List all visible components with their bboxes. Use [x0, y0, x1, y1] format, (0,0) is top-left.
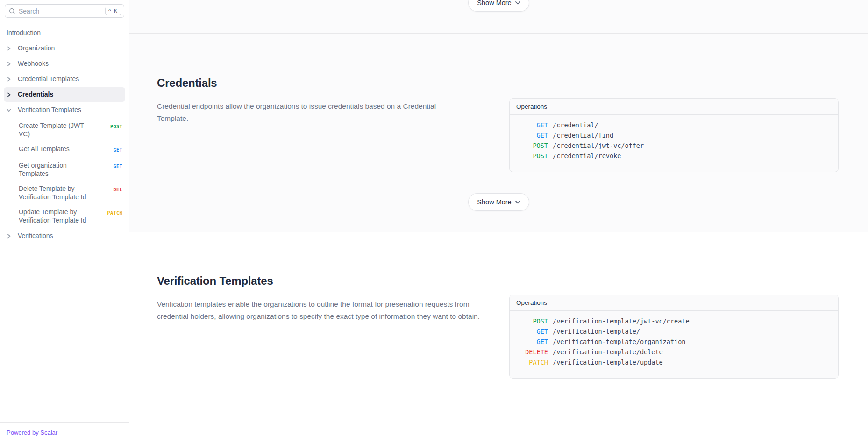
- credentials-operations-column: Operations GET /credential/ GET /credent…: [509, 34, 839, 172]
- operation-path: /credential/jwt-vc/offer: [553, 140, 644, 151]
- operation-path: /credential/revoke: [553, 151, 621, 161]
- operation-method: POST: [516, 140, 548, 151]
- verification-templates-section: Verification Templates Verification temp…: [129, 232, 868, 442]
- method-badge-get: GET: [113, 162, 122, 171]
- operation-row[interactable]: POST /credential/revoke: [516, 151, 832, 161]
- operation-path: /credential/: [553, 120, 598, 130]
- sidebar-subitem-get-all-templates[interactable]: Get All Templates GET: [14, 141, 125, 158]
- sidebar-nav: Introduction Organization Webhooks Crede…: [0, 18, 129, 422]
- show-more-button-credentials[interactable]: Show More: [468, 193, 529, 211]
- top-section-strip: Show More: [129, 0, 868, 34]
- verification-templates-sublist: Create Template (JWT-VC) POST Get All Te…: [14, 118, 125, 228]
- sidebar-item-label: Webhooks: [18, 60, 49, 68]
- sidebar-item-credential-templates[interactable]: Credential Templates: [4, 72, 125, 86]
- operation-path: /credential/find: [553, 130, 613, 140]
- sidebar-item-webhooks[interactable]: Webhooks: [4, 56, 125, 71]
- method-badge-get: GET: [113, 146, 122, 154]
- chevron-right-icon: [7, 62, 18, 66]
- sidebar-item-verification-templates[interactable]: Verification Templates: [4, 103, 125, 117]
- chevron-down-icon: [515, 1, 520, 5]
- sidebar-subitem-label: Get All Templates: [19, 145, 96, 153]
- search-shortcut-badge: ^ K: [105, 7, 121, 15]
- operations-card: Operations POST /verification-template/j…: [509, 295, 839, 379]
- operation-row[interactable]: PATCH /verification-template/update: [516, 357, 832, 367]
- operations-card: Operations GET /credential/ GET /credent…: [509, 98, 839, 172]
- operation-path: /verification-template/organization: [553, 337, 685, 347]
- operation-row[interactable]: GET /credential/: [516, 120, 832, 130]
- section-title-credentials: Credentials: [157, 77, 486, 90]
- operation-method: DELETE: [516, 347, 548, 357]
- sidebar: Search ^ K Introduction Organization Web…: [0, 0, 129, 442]
- chevron-right-icon: [7, 77, 18, 82]
- sidebar-item-label: Verification Templates: [18, 106, 81, 114]
- sidebar-subitem-label: Delete Template by Verification Template…: [19, 184, 96, 201]
- search-placeholder: Search: [19, 7, 102, 15]
- operation-path: /verification-template/delete: [553, 347, 663, 357]
- sidebar-subitem-create-template-jwt-vc[interactable]: Create Template (JWT-VC) POST: [14, 118, 125, 141]
- sidebar-subitem-label: Create Template (JWT-VC): [19, 121, 96, 138]
- section-description: Credential endpoints allow the organizat…: [157, 100, 452, 125]
- operation-row[interactable]: POST /credential/jwt-vc/offer: [516, 140, 832, 151]
- sidebar-subitem-delete-template[interactable]: Delete Template by Verification Template…: [14, 181, 125, 204]
- sidebar-subitem-label: Update Template by Verification Template…: [19, 208, 96, 225]
- method-badge-del: DEL: [113, 186, 122, 194]
- section-title-verification-templates: Verification Templates: [157, 274, 486, 288]
- show-more-button-top[interactable]: Show More: [468, 0, 529, 12]
- sidebar-item-label: Credential Templates: [18, 75, 79, 83]
- sidebar-item-verifications[interactable]: Verifications: [4, 229, 125, 243]
- show-more-label: Show More: [477, 198, 511, 206]
- powered-by-scalar-link[interactable]: Powered by Scalar: [7, 429, 57, 436]
- operations-list: POST /verification-template/jwt-vc/creat…: [510, 311, 838, 378]
- operation-method: POST: [516, 151, 548, 161]
- operation-path: /verification-template/: [553, 326, 640, 337]
- operation-path: /verification-template/jwt-vc/create: [553, 316, 690, 326]
- show-more-row: Show More: [129, 193, 868, 211]
- sidebar-item-label: Credentials: [18, 91, 53, 98]
- sidebar-item-introduction[interactable]: Introduction: [4, 26, 125, 40]
- section-description: Verification templates enable the organi…: [157, 298, 486, 323]
- main-content: Show More Credentials Credential endpoin…: [129, 0, 868, 442]
- sidebar-subitem-get-organization-templates[interactable]: Get organization Templates GET: [14, 158, 125, 181]
- operation-row[interactable]: GET /verification-template/organization: [516, 337, 832, 347]
- credentials-section: Credentials Credential endpoints allow t…: [129, 34, 868, 232]
- show-more-label: Show More: [477, 0, 511, 7]
- chevron-right-icon: [7, 234, 18, 239]
- operation-row[interactable]: POST /verification-template/jwt-vc/creat…: [516, 316, 832, 326]
- sidebar-subitem-label: Get organization Templates: [19, 161, 96, 178]
- operation-method: GET: [516, 130, 548, 140]
- operation-method: PATCH: [516, 357, 548, 367]
- operation-row[interactable]: DELETE /verification-template/delete: [516, 347, 832, 357]
- operation-method: GET: [516, 326, 548, 337]
- search-wrap: Search ^ K: [0, 0, 129, 18]
- operation-row[interactable]: GET /verification-template/: [516, 326, 832, 337]
- search-input[interactable]: Search ^ K: [5, 4, 124, 18]
- sidebar-item-label: Verifications: [18, 232, 53, 240]
- verification-templates-operations-column: Operations POST /verification-template/j…: [509, 232, 839, 379]
- section-divider: [157, 423, 849, 423]
- sidebar-item-label: Organization: [18, 44, 55, 52]
- operation-method: POST: [516, 316, 548, 326]
- search-icon: [9, 8, 15, 14]
- sidebar-item-organization[interactable]: Organization: [4, 41, 125, 56]
- method-badge-patch: PATCH: [107, 209, 122, 217]
- chevron-right-icon: [7, 46, 18, 51]
- operation-row[interactable]: GET /credential/find: [516, 130, 832, 140]
- operations-card-title: Operations: [510, 99, 838, 115]
- method-badge-post: POST: [110, 123, 122, 131]
- chevron-right-icon: [7, 92, 18, 97]
- operation-method: GET: [516, 120, 548, 130]
- chevron-down-icon: [515, 201, 520, 204]
- operations-list: GET /credential/ GET /credential/find PO…: [510, 115, 838, 172]
- sidebar-item-label: Introduction: [7, 29, 41, 37]
- operation-path: /verification-template/update: [553, 357, 663, 367]
- verification-templates-text-column: Verification Templates Verification temp…: [157, 232, 486, 379]
- sidebar-footer: Powered by Scalar: [0, 422, 129, 442]
- operations-card-title: Operations: [510, 295, 838, 311]
- sidebar-item-credentials[interactable]: Credentials: [4, 87, 125, 102]
- operation-method: GET: [516, 337, 548, 347]
- chevron-down-icon: [7, 108, 18, 112]
- sidebar-subitem-update-template[interactable]: Update Template by Verification Template…: [14, 204, 125, 228]
- credentials-text-column: Credentials Credential endpoints allow t…: [157, 34, 486, 172]
